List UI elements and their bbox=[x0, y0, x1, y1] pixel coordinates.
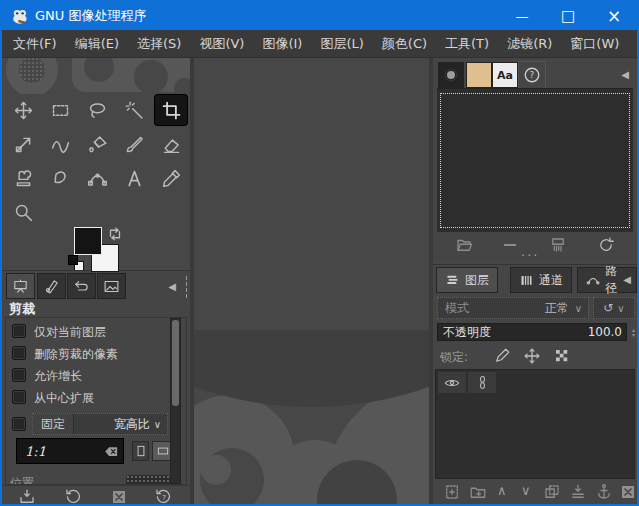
delete-tool-preset-button[interactable] bbox=[110, 488, 128, 504]
default-colors-icon[interactable] bbox=[68, 255, 84, 271]
menu-edit[interactable]: 编辑(E) bbox=[66, 31, 128, 57]
tab-device-status[interactable] bbox=[37, 273, 66, 299]
clear-input-icon[interactable] bbox=[104, 444, 123, 459]
raise-layer-button[interactable]: ∧ bbox=[497, 483, 507, 498]
checkbox-delete-cropped-pixels[interactable] bbox=[12, 346, 26, 360]
lock-label: 锁定: bbox=[440, 349, 468, 366]
layers-dock: 图层 通道 路径 ◀ 模式 正常 ∨ ↺ ∨ 不透明 bbox=[433, 264, 637, 504]
resources-dock: Aa ? ◀ ··· bbox=[433, 58, 637, 262]
tool-eraser[interactable] bbox=[155, 129, 187, 159]
tab-help[interactable]: ? bbox=[518, 61, 546, 89]
resources-empty-area[interactable] bbox=[437, 88, 633, 232]
mode-group-combo[interactable]: ↺ ∨ bbox=[593, 297, 635, 319]
fonts-tab-label: Aa bbox=[497, 69, 513, 82]
left-dock-splitter[interactable] bbox=[190, 58, 194, 504]
foreground-color-swatch[interactable] bbox=[74, 227, 102, 255]
layers-list[interactable] bbox=[435, 369, 635, 479]
menu-file[interactable]: 文件(F) bbox=[4, 31, 66, 57]
tool-warp[interactable] bbox=[44, 129, 76, 159]
tool-free-select[interactable] bbox=[81, 95, 113, 125]
restore-tool-preset-button[interactable] bbox=[64, 488, 82, 504]
portrait-orientation-button[interactable] bbox=[132, 441, 149, 461]
tool-fuzzy-select[interactable] bbox=[118, 95, 150, 125]
maximize-button[interactable]: □ bbox=[545, 2, 591, 30]
menu-image[interactable]: 图像(I) bbox=[253, 31, 311, 57]
tool-color-picker[interactable] bbox=[155, 163, 187, 193]
mode-value: 正常 bbox=[545, 300, 569, 317]
menu-view[interactable]: 视图(V) bbox=[190, 31, 253, 57]
tab-patterns[interactable] bbox=[466, 62, 492, 88]
checkbox-current-layer-only[interactable] bbox=[12, 324, 26, 338]
fixed-button[interactable]: 固定 bbox=[33, 414, 74, 434]
svg-text:?: ? bbox=[529, 70, 534, 80]
gimp-wilber-icon bbox=[9, 6, 29, 26]
save-tool-preset-button[interactable] bbox=[18, 488, 36, 504]
aspect-ratio-input[interactable]: 1:1 bbox=[16, 438, 124, 464]
anchor-layer-button[interactable] bbox=[595, 483, 613, 501]
tool-bucket-fill[interactable] bbox=[81, 129, 113, 159]
tab-brushes[interactable] bbox=[438, 62, 464, 88]
tab-layers[interactable]: 图层 bbox=[436, 267, 498, 293]
tab-images[interactable] bbox=[97, 273, 126, 299]
menu-windows[interactable]: 窗口(W) bbox=[561, 31, 628, 57]
layer-mode-combo[interactable]: 模式 正常 ∨ bbox=[437, 297, 589, 319]
tab-fonts[interactable]: Aa bbox=[492, 62, 518, 88]
minimize-button[interactable]: — bbox=[499, 2, 545, 30]
clear-entries-button[interactable] bbox=[549, 236, 567, 254]
lock-alpha-icon[interactable] bbox=[553, 347, 571, 365]
menu-help[interactable]: 帮助(H) bbox=[628, 31, 639, 57]
label-expand-from-center: 从中心扩展 bbox=[34, 390, 94, 407]
refresh-button[interactable] bbox=[597, 236, 615, 254]
new-layer-button[interactable] bbox=[443, 483, 461, 501]
layer-visibility-toggle[interactable] bbox=[438, 372, 466, 393]
checkbox-allow-growing[interactable] bbox=[12, 368, 26, 382]
close-button[interactable]: × bbox=[591, 2, 637, 30]
fixed-combo[interactable]: 固定 宽高比 ∨ bbox=[32, 413, 168, 435]
tool-clone[interactable] bbox=[7, 163, 39, 193]
dock-resize-handle[interactable]: ··· bbox=[521, 248, 539, 263]
menu-layer[interactable]: 图层(L) bbox=[311, 31, 372, 57]
layer-link-toggle[interactable] bbox=[468, 372, 496, 393]
menu-tools[interactable]: 工具(T) bbox=[436, 31, 498, 57]
tool-move[interactable] bbox=[7, 95, 39, 125]
lock-pixels-icon[interactable] bbox=[493, 347, 511, 365]
new-layer-group-button[interactable] bbox=[469, 483, 487, 501]
scrollbar-thumb[interactable] bbox=[172, 320, 179, 406]
tab-undo-history[interactable] bbox=[67, 273, 96, 299]
tool-text[interactable] bbox=[118, 163, 150, 193]
swap-colors-icon[interactable] bbox=[106, 225, 124, 243]
delete-layer-button[interactable] bbox=[619, 483, 637, 501]
layers-dock-menu-button[interactable]: ◀ bbox=[619, 271, 635, 287]
tool-options-title: 剪裁 bbox=[9, 300, 35, 318]
tool-transform[interactable] bbox=[7, 129, 39, 159]
opacity-slider[interactable]: 不透明度 100.0 bbox=[437, 323, 627, 341]
checkbox-fixed[interactable] bbox=[12, 417, 26, 431]
resources-dock-menu-button[interactable]: ◀ bbox=[617, 66, 633, 82]
lower-layer-button[interactable]: ∨ bbox=[521, 483, 531, 498]
checkbox-expand-from-center[interactable] bbox=[12, 390, 26, 404]
tool-options-scrollbar[interactable] bbox=[170, 318, 181, 484]
menu-filters[interactable]: 滤镜(R) bbox=[498, 31, 561, 57]
tool-paintbrush[interactable] bbox=[118, 129, 150, 159]
duplicate-layer-button[interactable] bbox=[543, 483, 561, 501]
spin-down-icon[interactable]: ▾ bbox=[632, 332, 635, 337]
menu-select[interactable]: 选择(S) bbox=[128, 31, 190, 57]
tool-rectangle-select[interactable] bbox=[44, 95, 76, 125]
opacity-spinner[interactable]: ▴ ▾ bbox=[629, 323, 637, 341]
reset-tool-options-button[interactable]: ? bbox=[154, 488, 172, 504]
tool-smudge[interactable] bbox=[44, 163, 76, 193]
open-entry-button[interactable] bbox=[455, 236, 473, 254]
dock-drag-handle[interactable] bbox=[185, 275, 188, 299]
dock-menu-button[interactable]: ◀ bbox=[164, 278, 180, 294]
menu-colors[interactable]: 颜色(C) bbox=[373, 31, 436, 57]
tab-tool-options[interactable] bbox=[6, 273, 35, 299]
tool-zoom[interactable] bbox=[7, 197, 39, 227]
merge-down-button[interactable] bbox=[569, 483, 587, 501]
lock-position-icon[interactable] bbox=[523, 347, 541, 365]
fixed-chevron-icon: ∨ bbox=[154, 419, 167, 430]
opacity-label: 不透明度 bbox=[438, 324, 491, 341]
tab-channels[interactable]: 通道 bbox=[510, 267, 572, 293]
remove-entry-button[interactable] bbox=[501, 236, 519, 254]
tool-crop[interactable] bbox=[155, 95, 187, 125]
tool-paths[interactable] bbox=[81, 163, 113, 193]
